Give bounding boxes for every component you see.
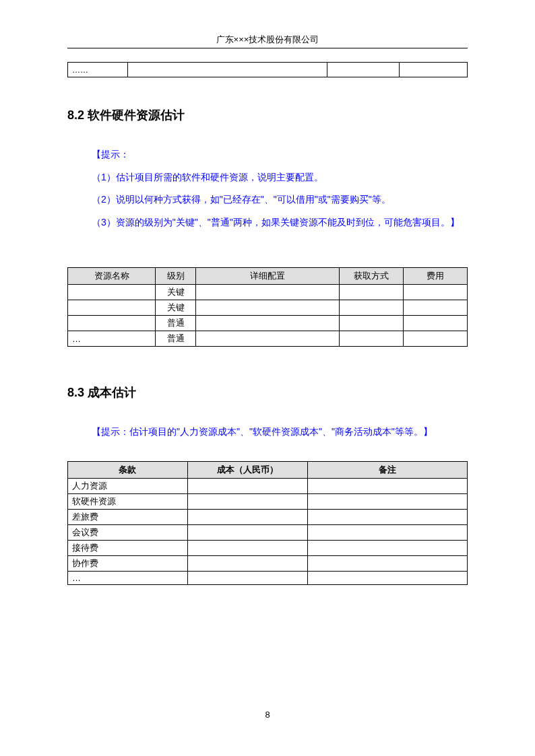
cell-level: 普通 <box>156 331 195 347</box>
th-config: 详细配置 <box>195 268 339 285</box>
table-row: … <box>68 571 468 584</box>
cell-amount <box>187 509 307 524</box>
cell-name <box>68 316 156 331</box>
cell-remark <box>307 493 467 509</box>
resource-table: 资源名称 级别 详细配置 获取方式 费用 关键 关键 普通 <box>67 267 468 347</box>
cell-item: 会议费 <box>68 524 188 540</box>
cell-item: 协作费 <box>68 555 188 571</box>
table-row: 软硬件资源 <box>68 493 468 509</box>
cell-remark <box>307 555 467 571</box>
cell-amount <box>187 493 307 509</box>
hint-block-8-3: 【提示：估计项目的"人力资源成本"、"软硬件资源成本"、"商务活动成本"等等。】 <box>92 421 468 444</box>
hint-line: （1）估计项目所需的软件和硬件资源，说明主要配置。 <box>92 166 468 189</box>
th-name: 资源名称 <box>68 268 156 285</box>
cell-method <box>340 300 404 316</box>
table-row: 接待费 <box>68 540 468 555</box>
cell <box>400 63 468 77</box>
table-row: 差旅费 <box>68 509 468 524</box>
th-remark: 备注 <box>307 461 467 478</box>
th-cost: 费用 <box>404 268 468 285</box>
cell-remark <box>307 509 467 524</box>
page-number-value: 8 <box>265 710 270 720</box>
cell-name <box>68 285 156 300</box>
table-row: 人力资源 <box>68 478 468 493</box>
cell-item: 差旅费 <box>68 509 188 524</box>
th-item: 条款 <box>68 461 188 478</box>
cell-config <box>195 285 339 300</box>
table-row: 关键 <box>68 285 468 300</box>
cell-cost <box>404 316 468 331</box>
cell-amount <box>187 524 307 540</box>
page-number: 8 <box>0 710 535 720</box>
table-row: … 普通 <box>68 331 468 347</box>
cell-cost <box>404 300 468 316</box>
cell-method <box>340 285 404 300</box>
cell <box>127 63 327 77</box>
hint-line: （3）资源的级别为"关键"、"普通"两种，如果关键资源不能及时到位，可能危害项目… <box>92 211 468 234</box>
cell-level: 关键 <box>156 285 195 300</box>
cell-remark <box>307 478 467 493</box>
hint-line: （2）说明以何种方式获得，如"已经存在"、"可以借用"或"需要购买"等。 <box>92 188 468 211</box>
cell <box>327 63 400 77</box>
continuation-table: …… <box>67 62 468 77</box>
cell-level: 普通 <box>156 316 195 331</box>
th-level: 级别 <box>156 268 195 285</box>
cell-item: 软硬件资源 <box>68 493 188 509</box>
cell-amount <box>187 571 307 584</box>
cell-item: 接待费 <box>68 540 188 555</box>
cell-name <box>68 300 156 316</box>
cell-config <box>195 316 339 331</box>
table-row: 普通 <box>68 316 468 331</box>
table-row: 协作费 <box>68 555 468 571</box>
cell-remark <box>307 524 467 540</box>
cell-config <box>195 331 339 347</box>
hint-line: 【提示：估计项目的"人力资源成本"、"软硬件资源成本"、"商务活动成本"等等。】 <box>92 421 468 444</box>
section-heading-8-2: 8.2 软件硬件资源估计 <box>67 107 468 123</box>
cost-table: 条款 成本（人民币） 备注 人力资源 软硬件资源 差旅费 会议费 接待费 <box>67 461 468 585</box>
cell-amount <box>187 478 307 493</box>
section-heading-8-3: 8.3 成本估计 <box>67 384 468 401</box>
cell-level: 关键 <box>156 300 195 316</box>
table-row: …… <box>68 63 468 77</box>
cell-method <box>340 331 404 347</box>
cell-config <box>195 300 339 316</box>
cell-cost <box>404 331 468 347</box>
hint-block-8-2: 【提示： （1）估计项目所需的软件和硬件资源，说明主要配置。 （2）说明以何种方… <box>92 143 468 234</box>
table-row: 关键 <box>68 300 468 316</box>
th-amount: 成本（人民币） <box>187 461 307 478</box>
cell-remark <box>307 540 467 555</box>
cell-item: 人力资源 <box>68 478 188 493</box>
table-row: 会议费 <box>68 524 468 540</box>
cell-amount <box>187 540 307 555</box>
hint-line: 【提示： <box>92 143 468 166</box>
table-header-row: 条款 成本（人民币） 备注 <box>68 461 468 478</box>
table-header-row: 资源名称 级别 详细配置 获取方式 费用 <box>68 268 468 285</box>
cell-remark <box>307 571 467 584</box>
th-method: 获取方式 <box>340 268 404 285</box>
company-label: 广东×××技术股份有限公司 <box>216 34 319 44</box>
cell: …… <box>68 63 128 77</box>
header-rule <box>67 48 468 48</box>
cell-method <box>340 316 404 331</box>
page-header: 广东×××技术股份有限公司 <box>0 0 535 48</box>
cell-name: … <box>68 331 156 347</box>
cell-cost <box>404 285 468 300</box>
cell-amount <box>187 555 307 571</box>
content-area: …… 8.2 软件硬件资源估计 【提示： （1）估计项目所需的软件和硬件资源，说… <box>0 62 535 585</box>
cell-item: … <box>68 571 188 584</box>
